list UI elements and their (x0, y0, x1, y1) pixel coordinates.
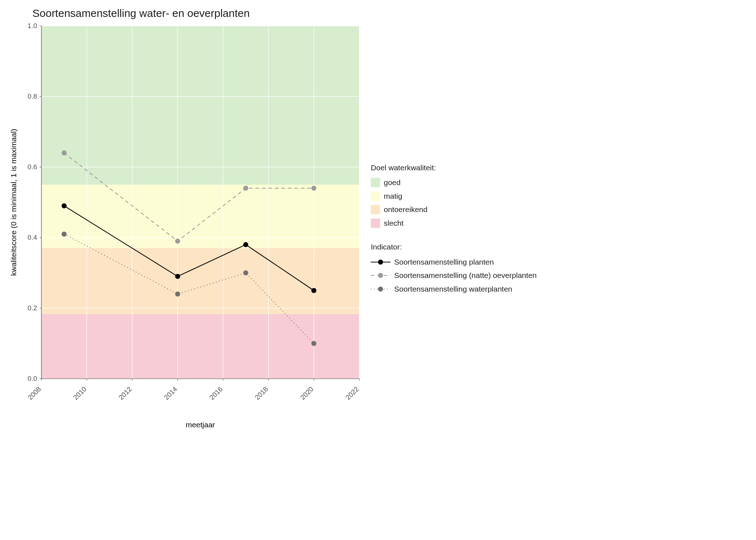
legend-series-title: Indicator: (371, 241, 537, 253)
y-axis-label: kwaliteitscore (0 is minimaal, 1 is maxi… (9, 129, 18, 276)
legend-series-label: Soortensamenstelling (natte) oeverplante… (394, 270, 537, 281)
series-point (175, 274, 180, 279)
legend-line-sample (371, 272, 391, 279)
x-tick-label: 2008 (26, 385, 42, 401)
series-point (62, 231, 67, 237)
legend-band-item: ontoereikend (371, 204, 537, 215)
svg-point-5 (378, 287, 383, 292)
svg-point-3 (378, 273, 383, 278)
legend-band-label: matig (384, 190, 402, 202)
legend-series-item: Soortensamenstelling waterplanten (371, 283, 537, 295)
y-tick-label: 0.8 (28, 93, 37, 100)
series-point (243, 242, 248, 247)
series-point (311, 288, 316, 293)
x-tick-label: 2018 (253, 385, 270, 401)
series-point (311, 341, 316, 346)
series-point (243, 186, 248, 191)
chart-plot: 0.00.20.40.60.81.02008201020122014201620… (7, 22, 364, 433)
series-point (62, 203, 67, 208)
y-tick-label: 0.4 (28, 234, 37, 241)
legend-bands-title: Doel waterkwaliteit: (371, 162, 537, 174)
x-tick-label: 2022 (344, 385, 360, 401)
quality-band (41, 248, 359, 314)
x-tick-label: 2020 (299, 385, 315, 401)
legend-swatch (371, 178, 380, 187)
legend-swatch (371, 219, 380, 228)
legend-series-label: Soortensamenstelling waterplanten (394, 283, 512, 295)
y-tick-label: 0.0 (28, 375, 37, 382)
y-tick-label: 0.6 (28, 163, 37, 171)
x-tick-label: 2014 (163, 385, 179, 401)
chart-legend: Doel waterkwaliteit: goedmatigontoereike… (371, 158, 537, 297)
x-axis-label: meetjaar (186, 420, 215, 429)
quality-band (41, 185, 359, 248)
legend-band-label: ontoereikend (384, 204, 427, 215)
legend-series-item: Soortensamenstelling planten (371, 256, 537, 268)
y-tick-label: 1.0 (28, 22, 37, 30)
legend-line-sample (371, 258, 391, 266)
series-point (62, 150, 67, 156)
series-point (243, 270, 248, 275)
legend-series-label: Soortensamenstelling planten (394, 256, 494, 268)
legend-band-item: matig (371, 190, 537, 202)
legend-band-label: goed (384, 177, 401, 188)
legend-line-sample (371, 285, 391, 293)
legend-swatch (371, 205, 380, 214)
legend-band-item: slecht (371, 217, 537, 229)
svg-point-1 (378, 260, 383, 265)
legend-band-item: goed (371, 177, 537, 188)
series-point (311, 186, 316, 191)
chart-container: 0.00.20.40.60.81.02008201020122014201620… (7, 22, 749, 433)
series-point (175, 239, 180, 244)
series-point (175, 292, 180, 297)
quality-band (41, 314, 359, 379)
legend-band-label: slecht (384, 217, 404, 229)
y-tick-label: 0.2 (28, 304, 37, 312)
x-tick-label: 2016 (208, 385, 224, 401)
legend-swatch (371, 192, 380, 201)
legend-series-item: Soortensamenstelling (natte) oeverplante… (371, 270, 537, 281)
chart-title: Soortensamenstelling water- en oeverplan… (32, 7, 749, 19)
x-tick-label: 2010 (72, 385, 88, 401)
x-tick-label: 2012 (117, 385, 133, 401)
quality-band (41, 26, 359, 185)
